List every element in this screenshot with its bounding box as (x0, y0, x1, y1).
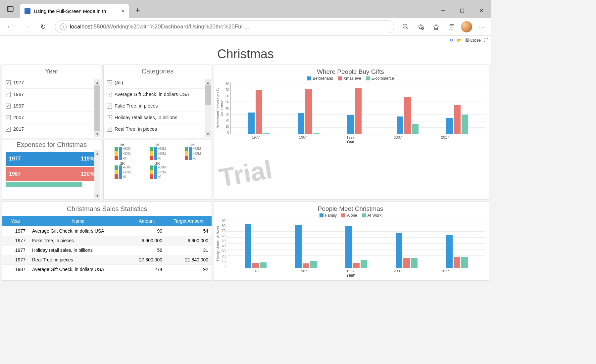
year-checkbox-row[interactable]: ✓1987 (6, 88, 98, 100)
x-axis-ticks: 19771987199720072017 (216, 134, 485, 139)
cell-year: 1977 (2, 255, 29, 265)
address-bar[interactable]: i localhost:5500/Working%20with%20Dashbo… (55, 21, 394, 33)
maximize-button[interactable] (453, 3, 472, 18)
checkbox-icon[interactable]: ✓ (6, 92, 11, 97)
bar[interactable] (404, 97, 411, 134)
checkbox-icon[interactable]: ✓ (6, 127, 11, 132)
category-checkbox-row[interactable]: ✓(All) (107, 77, 208, 88)
category-checkbox-row[interactable]: ✓Holiday retail sales, in billions (107, 112, 208, 123)
site-info-icon[interactable]: i (60, 23, 67, 30)
table-header[interactable]: Target Amount (166, 216, 212, 226)
table-row[interactable]: 1977Average Gift Check, in dollars USA90… (2, 226, 212, 236)
bar[interactable] (411, 258, 418, 268)
bar[interactable] (245, 224, 251, 268)
checkbox-icon[interactable]: ✓ (107, 115, 112, 120)
table-header[interactable]: Amount (128, 216, 166, 226)
open-dashboard-button[interactable]: 📂 (457, 38, 462, 43)
bar[interactable] (355, 88, 362, 134)
bar[interactable] (397, 116, 403, 134)
checkbox-icon[interactable]: ✓ (6, 104, 11, 109)
bar[interactable] (298, 113, 304, 134)
chart-plot-area[interactable] (227, 219, 485, 268)
bar-group (295, 219, 317, 268)
bar[interactable] (446, 235, 453, 268)
bar[interactable] (361, 260, 367, 268)
year-checkbox-row[interactable]: ✓2017 (6, 123, 98, 135)
profile-avatar[interactable] (460, 20, 473, 33)
scrollbar[interactable]: ▲ ▼ (205, 79, 211, 137)
bar[interactable] (462, 114, 468, 134)
close-window-button[interactable] (472, 3, 491, 18)
bar[interactable] (454, 105, 461, 134)
refresh-button[interactable]: ↻ (36, 20, 50, 34)
bar[interactable] (353, 263, 360, 268)
collections-icon[interactable] (445, 20, 458, 33)
checkbox-icon[interactable]: ✓ (107, 127, 112, 132)
table-row[interactable]: 1977Holiday retail sales, in billions563… (2, 246, 212, 255)
minimize-button[interactable] (433, 3, 453, 18)
bar[interactable] (412, 124, 419, 134)
bar[interactable] (310, 261, 317, 268)
bar[interactable] (256, 90, 262, 134)
table-row[interactable]: 1987Average Gift Check, in dollars USA27… (2, 265, 212, 274)
category-checkbox-row[interactable]: ✓Fake Tree, in pieces (107, 100, 208, 112)
expense-row[interactable]: 1977119% (6, 152, 98, 166)
bar[interactable] (403, 258, 410, 268)
dashboard-title: Christmas (0, 45, 491, 65)
category-checkbox-row[interactable]: ✓Real Tree, in pieces (107, 123, 208, 135)
scroll-up-icon[interactable]: ▲ (205, 79, 211, 85)
expense-row[interactable]: 1987130% (6, 167, 98, 181)
browser-toolbar: ← → ↻ i localhost:5500/Working%20with%20… (0, 18, 491, 36)
checkbox-icon[interactable]: ✓ (107, 104, 112, 109)
bar[interactable] (252, 263, 259, 268)
category-checkbox-row[interactable]: ✓Average Gift Check, in dollars USA (107, 88, 208, 100)
bar[interactable] (263, 133, 270, 134)
checkbox-icon[interactable]: ✓ (107, 92, 112, 97)
close-tab-button[interactable]: × (121, 8, 124, 15)
back-button[interactable]: ← (3, 20, 17, 34)
favorite-add-icon[interactable] (414, 20, 427, 33)
bar[interactable] (248, 113, 255, 134)
checkbox-icon[interactable]: ✓ (6, 115, 11, 120)
close-dashboard-button[interactable]: ☒Close (465, 38, 481, 43)
year-checkbox-row[interactable]: ✓2007 (6, 112, 98, 123)
bar[interactable] (347, 115, 354, 134)
bar[interactable] (396, 233, 402, 268)
scroll-down-icon[interactable]: ▼ (205, 131, 211, 137)
fullscreen-button[interactable]: ⛶ (484, 38, 488, 43)
scrollbar[interactable]: ▲ ▼ (94, 79, 100, 137)
table-header[interactable]: Name (29, 216, 128, 226)
scroll-down-icon[interactable]: ▼ (94, 193, 100, 199)
scroll-thumb[interactable] (205, 85, 211, 105)
bar[interactable] (345, 226, 352, 268)
scrollbar[interactable]: ▲ ▼ (94, 150, 100, 199)
favorites-icon[interactable] (429, 20, 443, 33)
forward-button[interactable]: → (19, 20, 34, 34)
new-tab-button[interactable]: ＋ (131, 3, 144, 17)
bar[interactable] (461, 257, 468, 268)
more-button[interactable]: ⋯ (475, 20, 488, 33)
year-checkbox-row[interactable]: ✓1977 (6, 77, 98, 88)
refresh-dashboard-button[interactable]: ↻ (450, 38, 453, 43)
checkbox-icon[interactable]: ✓ (6, 80, 11, 85)
scroll-thumb[interactable] (94, 85, 100, 131)
checkbox-icon[interactable]: ✓ (107, 80, 112, 85)
scroll-up-icon[interactable]: ▲ (94, 79, 100, 85)
zoom-out-icon[interactable] (399, 20, 412, 33)
bar[interactable] (305, 89, 312, 134)
bar[interactable] (260, 262, 267, 268)
tab-actions-icon[interactable] (3, 2, 17, 16)
bar[interactable] (454, 257, 460, 268)
table-row[interactable]: 1977Real Tree, in pieces27,300,00021,840… (2, 255, 212, 265)
table-header[interactable]: Year (2, 216, 29, 226)
bar[interactable] (313, 133, 320, 134)
browser-tab[interactable]: Using the Full-Screen Mode in th × (20, 4, 129, 18)
bar[interactable] (446, 118, 453, 134)
year-checkbox-row[interactable]: ✓1997 (6, 100, 98, 112)
scroll-up-icon[interactable]: ▲ (94, 150, 100, 156)
bar[interactable] (303, 263, 309, 268)
table-row[interactable]: 1977Fake Tree, in pieces6,900,0006,900,0… (2, 236, 212, 246)
bar[interactable] (295, 225, 302, 268)
chart-plot-area[interactable] (230, 82, 485, 134)
scroll-down-icon[interactable]: ▼ (94, 131, 100, 137)
